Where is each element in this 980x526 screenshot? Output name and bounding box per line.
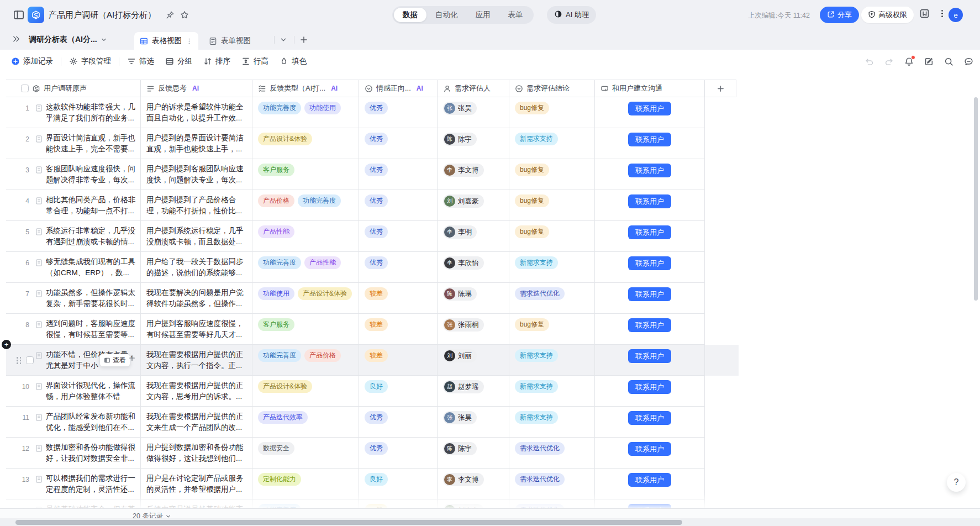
cell-sentiment[interactable]: 优秀 [359,159,438,190]
contact-user-button[interactable]: 联系用户 [628,194,671,208]
cell-assessor[interactable]: 李李文博 [438,159,509,190]
cell-sentiment[interactable]: 优秀 [359,407,438,438]
toolbar-分组[interactable]: 分组 [165,56,192,66]
cell-sentiment[interactable]: 优秀 [359,190,438,221]
cell-sentiment[interactable]: 较差 [359,345,438,376]
cell-conclusion[interactable]: 新需求支持 [509,252,595,283]
pin-icon[interactable] [166,10,175,19]
cell-thought[interactable]: 反馈内容是说虽然基础功能齐 [141,499,252,508]
cell-conclusion[interactable]: bug修复 [509,159,595,190]
toolbar-排序[interactable]: 排序 [203,56,230,66]
insert-row-button[interactable]: + [2,340,11,349]
cell-action[interactable]: 联系用户 [595,438,705,469]
cell-thought[interactable]: 用户提到的是界面设计要简洁直观，新手也能快速上手，... [141,128,252,159]
advanced-permission-button[interactable]: 高级权限 [861,7,914,23]
cell-voice[interactable]: 7功能虽然多，但操作逻辑太复杂，新手需要花很长时... [6,283,141,314]
contact-user-button[interactable]: 联系用户 [628,164,671,177]
cell-assessor[interactable]: 李李欣怡 [438,252,509,283]
cell-thought[interactable]: 用户提到提到客服团队响应速度快，问题解决专业，每次... [141,159,252,190]
expand-record-icon[interactable] [35,197,43,205]
column-header-反馈思考[interactable]: 反馈思考AI [141,80,252,97]
column-header-和用户建立沟通[interactable]: 和用户建立沟通 [595,80,705,97]
cell-sentiment[interactable]: 优秀 [359,438,438,469]
nav-tab-表单[interactable]: 表单 [499,8,532,22]
contact-user-button[interactable]: 联系用户 [628,380,671,394]
cell-conclusion[interactable]: bug修复 [509,97,595,128]
view-tab-form[interactable]: 表单视图 [209,36,251,46]
cell-sentiment[interactable]: 较差 [359,314,438,345]
compose-icon[interactable] [924,57,934,66]
vscrollbar-thumb[interactable] [974,97,978,301]
comment-icon[interactable] [964,57,973,66]
cell-voice[interactable]: 12数据加密和备份功能做得很好，让我们对数据安全非... [6,438,141,469]
expand-record-icon[interactable] [35,166,43,174]
contact-user-button[interactable]: 联系用户 [628,287,671,301]
cell-assessor[interactable]: 陈陈琳 [438,283,509,314]
cell-feedback-type[interactable]: 功能完善度 [252,499,359,508]
cell-thought[interactable]: 我现在需要根据用户提供的正文内容，思考用户的诉求。... [141,376,252,407]
expand-record-icon[interactable] [35,290,43,298]
cell-sentiment[interactable]: 优秀 [359,97,438,128]
cell-thought[interactable]: 用户给了我一段关于数据同步的描述，说他们的系统能够... [141,252,252,283]
expand-record-icon[interactable] [35,228,43,236]
contact-user-button[interactable]: 联系用户 [628,225,671,239]
cell-feedback-type[interactable]: 数据安全 [252,438,359,469]
star-icon[interactable] [180,10,189,19]
cell-voice[interactable]: 8遇到问题时，客服响应速度很慢，有时候甚至需要等... [6,314,141,345]
cell-thought[interactable]: 用户提到系统运行稳定，几乎没崩溃或卡顿，而且数据处... [141,221,252,252]
expand-record-icon[interactable] [35,475,43,483]
cell-thought[interactable]: 用户是在讨论定制产品或服务的灵活性，并希望根据用户... [141,469,252,499]
view-tab-menu-icon[interactable] [186,38,193,45]
contact-user-button[interactable]: 联系用户 [628,102,671,115]
column-header-反馈类型（AI打...[interactable]: 反馈类型（AI打...AI [252,80,359,97]
expand-record-icon[interactable] [35,351,43,360]
cell-thought[interactable]: 用户提到提到了产品价格合理，功能不打折扣，性价比... [141,190,252,221]
cell-voice[interactable]: 13可以根据我们的需求进行一定程度的定制，灵活性还... [6,469,141,499]
cell-assessor[interactable]: 陈陈宇 [438,128,509,159]
more-menu-icon[interactable] [937,9,947,18]
cell-action[interactable]: 联系用户 [595,314,705,345]
view-tab-grid[interactable]: 表格视图 [134,32,198,50]
cell-action[interactable]: 联系用户 [595,376,705,407]
cell-action[interactable]: 联系用户 [595,469,705,499]
ai-assistant-button[interactable]: AI 助理 [547,6,596,24]
cell-sentiment[interactable]: 优秀 [359,221,438,252]
cell-thought[interactable]: 用户提到数据加密和备份功能做得很好，这让我想到他们... [141,438,252,469]
cell-feedback-type[interactable]: 产品迭代效率 [252,407,359,438]
views-chevron-icon[interactable] [280,36,287,44]
cell-sentiment[interactable]: 良好 [359,469,438,499]
cell-feedback-type[interactable]: 产品价格功能完善度 [252,190,359,221]
cell-action[interactable]: 联系用户 [595,345,705,376]
cell-sentiment[interactable]: 一般 [359,499,438,508]
expand-record-icon[interactable] [35,259,43,267]
cell-assessor[interactable]: 张张雨桐 [438,314,509,345]
cell-action[interactable]: 联系用户 [595,97,705,128]
cell-sentiment[interactable]: 优秀 [359,252,438,283]
cell-conclusion[interactable]: bug修复 [509,221,595,252]
toolbar-填色[interactable]: 填色 [280,56,307,66]
column-header-需求评估结论[interactable]: 需求评估结论 [509,80,595,97]
cell-conclusion[interactable]: 需求迭代优化 [509,438,595,469]
cell-sentiment[interactable]: 良好 [359,376,438,407]
cell-voice[interactable]: 11产品团队经常发布新功能和优化，能感受到他们在不... [6,407,141,438]
contact-user-button[interactable]: 联系用户 [628,473,671,487]
search-icon[interactable] [944,57,953,66]
view-record-button[interactable]: 查看 [99,354,130,367]
add-view-icon[interactable] [299,35,308,44]
toolbar-添加记录[interactable]: 添加记录 [11,56,53,66]
cell-action[interactable]: 联系用户 [595,499,705,508]
toolbar-筛选[interactable]: 筛选 [127,56,154,66]
expand-tables-icon[interactable] [12,35,20,43]
toolbar-行高[interactable]: 行高 [241,56,268,66]
cell-action[interactable]: 联系用户 [595,283,705,314]
cell-conclusion[interactable]: bug修复 [509,314,595,345]
cell-action[interactable]: 联系用户 [595,221,705,252]
nav-tab-自动化[interactable]: 自动化 [426,8,467,22]
select-all-checkbox[interactable] [21,85,29,92]
cell-conclusion[interactable]: 新需求支持 [509,376,595,407]
extension-icon[interactable] [919,8,930,19]
cell-action[interactable]: 联系用户 [595,190,705,221]
table-selector[interactable]: 调研分析表（AI分... [29,35,107,45]
cell-thought[interactable]: 我现在需要根据用户提供的正文内容，执行一个指令。正... [141,345,252,376]
cell-sentiment[interactable]: 较差 [359,283,438,314]
